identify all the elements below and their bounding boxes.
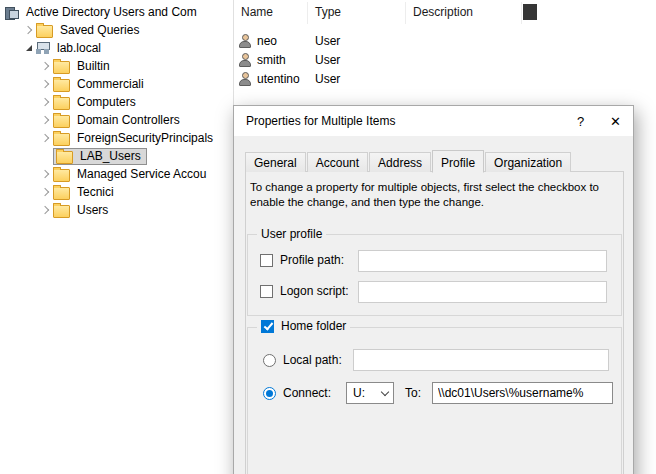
tree-item-label: Active Directory Users and Com (24, 4, 199, 20)
tab-organization[interactable]: Organization (485, 152, 571, 172)
list-row-neo[interactable]: neo User (234, 31, 656, 50)
user-icon (239, 34, 252, 48)
user-name: utentino (257, 72, 300, 86)
chevron-right-icon[interactable] (38, 167, 53, 182)
tree-panel: Active Directory Users and Com Saved Que… (0, 0, 233, 474)
to-label: To: (405, 386, 421, 400)
tree-item-label: Saved Queries (58, 22, 141, 38)
folder-icon (53, 79, 70, 92)
tree-item-lab-local[interactable]: lab.local (0, 39, 233, 57)
chevron-right-icon[interactable] (21, 23, 36, 38)
chevron-right-icon[interactable] (38, 95, 53, 110)
column-header-description[interactable]: Description (406, 2, 522, 24)
dialog-tabs: General Account Address Profile Organiza… (245, 150, 572, 172)
column-header-type[interactable]: Type (308, 2, 406, 24)
list-header: Name Type Description (234, 2, 656, 24)
user-type: User (308, 53, 406, 67)
titlebar-buttons: ? ✕ (563, 106, 633, 136)
list-row-smith[interactable]: smith User (234, 50, 656, 69)
logon-script-checkbox[interactable] (260, 285, 273, 298)
tree-item-commerciali[interactable]: Commerciali (0, 75, 233, 93)
column-header-name[interactable]: Name (234, 2, 308, 24)
profile-path-label[interactable]: Profile path: (280, 253, 344, 267)
tree-item-foreign-security-principals[interactable]: ForeignSecurityPrincipals (0, 129, 233, 147)
chevron-down-icon (377, 383, 393, 403)
drive-letter-dropdown[interactable]: U: (346, 382, 394, 404)
help-button[interactable]: ? (563, 106, 598, 136)
profile-path-input[interactable] (358, 250, 607, 272)
tree-item-label: ForeignSecurityPrincipals (75, 130, 215, 146)
home-folder-label[interactable]: Home folder (281, 319, 346, 333)
chevron-right-icon[interactable] (38, 185, 53, 200)
tree-item-saved-queries[interactable]: Saved Queries (0, 21, 233, 39)
local-path-input[interactable] (353, 349, 609, 371)
chevron-right-icon[interactable] (38, 77, 53, 92)
folder-icon (36, 25, 53, 38)
tree-item-computers[interactable]: Computers (0, 93, 233, 111)
tree-item-root[interactable]: Active Directory Users and Com (0, 3, 233, 21)
list-rows: neo User smith User utentino User (234, 31, 656, 88)
tab-account[interactable]: Account (307, 152, 368, 172)
tree-item-builtin[interactable]: Builtin (0, 57, 233, 75)
tree-item-tecnici[interactable]: Tecnici (0, 183, 233, 201)
list-row-utentino[interactable]: utentino User (234, 69, 656, 88)
home-folder-checkbox[interactable] (261, 320, 274, 333)
connect-radio[interactable] (263, 387, 276, 400)
folder-icon (53, 133, 70, 146)
user-profile-group-label: User profile (257, 227, 326, 241)
folder-icon (53, 61, 70, 74)
folder-icon (56, 151, 73, 164)
tree-item-label: Users (75, 202, 110, 218)
profile-path-checkbox[interactable] (260, 254, 273, 267)
user-name: neo (257, 34, 277, 48)
dialog-titlebar[interactable]: Properties for Multiple Items ? ✕ (234, 106, 633, 136)
user-type: User (308, 34, 406, 48)
tree-item-lab-users[interactable]: LAB_Users (0, 147, 233, 165)
chevron-placeholder (38, 149, 53, 164)
folder-icon (53, 205, 70, 218)
folder-icon (53, 97, 70, 110)
dialog-title: Properties for Multiple Items (234, 114, 395, 128)
user-type: User (308, 72, 406, 86)
tree-item-domain-controllers[interactable]: Domain Controllers (0, 111, 233, 129)
domain-icon (36, 42, 50, 54)
connect-label[interactable]: Connect: (283, 386, 331, 400)
chevron-right-icon[interactable] (38, 131, 53, 146)
drive-letter-value: U: (353, 386, 377, 400)
connect-row: Connect: (263, 386, 331, 400)
tree-item-users[interactable]: Users (0, 201, 233, 219)
profile-path-row: Profile path: (260, 253, 344, 267)
directory-icon (5, 6, 19, 19)
logon-script-row: Logon script: (260, 284, 349, 298)
folder-icon (53, 115, 70, 128)
tree-item-label: LAB_Users (78, 148, 143, 164)
local-path-radio[interactable] (263, 354, 276, 367)
tree-item-managed-service-accounts[interactable]: Managed Service Accou (0, 165, 233, 183)
tab-general[interactable]: General (245, 152, 306, 172)
tab-profile[interactable]: Profile (432, 150, 484, 173)
close-button[interactable]: ✕ (598, 106, 633, 136)
selected-tree-item[interactable]: LAB_Users (53, 148, 147, 165)
home-folder-path-input[interactable] (432, 382, 613, 404)
tab-address[interactable]: Address (369, 152, 431, 172)
folder-icon (53, 169, 70, 182)
properties-dialog: Properties for Multiple Items ? ✕ Genera… (233, 105, 634, 474)
chevron-right-icon[interactable] (38, 59, 53, 74)
user-icon (239, 53, 252, 67)
chevron-down-icon[interactable] (21, 41, 36, 56)
tree-item-label: Builtin (75, 58, 112, 74)
logon-script-label[interactable]: Logon script: (280, 284, 349, 298)
user-name: smith (257, 53, 286, 67)
logon-script-input[interactable] (358, 281, 607, 303)
local-path-row: Local path: (263, 353, 342, 367)
chevron-right-icon[interactable] (38, 113, 53, 128)
local-path-label[interactable]: Local path: (283, 353, 342, 367)
chevron-right-icon[interactable] (38, 203, 53, 218)
tree-item-label: Tecnici (75, 184, 116, 200)
tree-item-label: Computers (75, 94, 138, 110)
tree-item-label: Domain Controllers (75, 112, 182, 128)
dialog-description: To change a property for multiple object… (250, 180, 618, 210)
folder-icon (53, 187, 70, 200)
tree-item-label: Commerciali (75, 76, 146, 92)
home-folder-caption: Home folder (257, 319, 350, 333)
